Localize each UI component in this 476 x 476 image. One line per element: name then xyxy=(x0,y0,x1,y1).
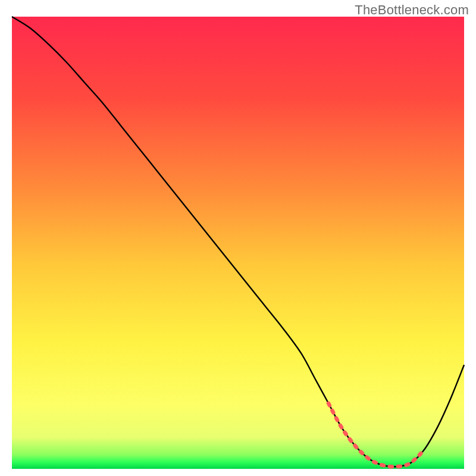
bottleneck-chart xyxy=(0,0,476,476)
chart-container: { "watermark": { "text": "TheBottleneck.… xyxy=(0,0,476,476)
plot-background xyxy=(12,17,464,469)
